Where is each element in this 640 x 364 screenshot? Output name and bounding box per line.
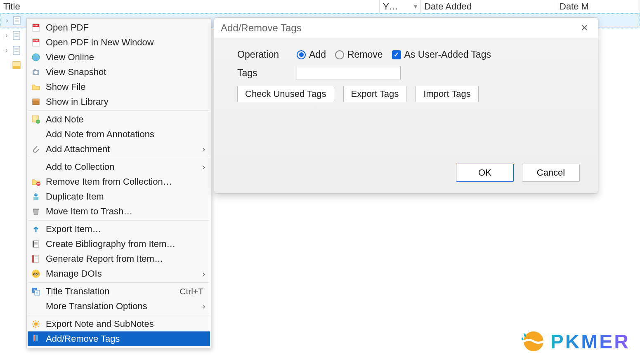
menu-item-label: Create Bibliography from Item… [46,239,206,249]
radio-icon [335,50,344,59]
menu-item-label: Move Item to Trash… [46,206,206,217]
tag-actions-row: Check Unused Tags Export Tags Import Tag… [237,86,583,102]
menu-item-move-item-to-trash[interactable]: Move Item to Trash… [28,204,210,219]
pkmer-logo-icon [522,329,546,353]
pdf-icon: PDF [30,37,42,48]
menu-item-open-pdf-in-new-window[interactable]: PDFOpen PDF in New Window [28,35,210,50]
menu-item-label: More Translation Options [46,301,198,312]
operation-row: Operation Add Remove ✓ As User-Added Tag… [237,49,583,60]
dialog-body: Operation Add Remove ✓ As User-Added Tag… [214,38,598,164]
menu-item-view-snapshot[interactable]: View Snapshot [28,65,210,80]
svg-text:PDF: PDF [33,39,38,42]
menu-item-label: Export Note and SubNotes [46,319,206,329]
report-icon [30,253,42,265]
chevron-down-icon: ▾ [414,2,417,10]
disclosure-icon[interactable]: › [3,32,10,39]
menu-item-view-online[interactable]: View Online [28,50,210,65]
svg-rect-59 [522,337,524,340]
tags-icon [30,333,42,345]
menu-item-show-file[interactable]: Show File [28,80,210,94]
menu-item-generate-report-from-item[interactable]: Generate Report from Item… [28,251,210,266]
dialog-titlebar: Add/Remove Tags ✕ [214,18,598,38]
doi-icon: doi [30,268,42,279]
camera-icon [30,66,42,78]
menu-item-title-translation[interactable]: A文Title TranslationCtrl+T [28,284,210,299]
document-icon [12,31,21,40]
close-icon[interactable]: ✕ [577,21,591,35]
column-date-added[interactable]: Date Added [421,0,556,13]
trash-icon [30,206,42,217]
paperclip-icon [30,143,42,155]
note-icon [12,60,21,70]
check-unused-tags-button[interactable]: Check Unused Tags [237,86,334,102]
menu-item-add-to-collection[interactable]: Add to Collection› [28,160,210,174]
svg-rect-32 [33,209,39,210]
svg-line-56 [38,321,39,322]
blank-icon [30,129,42,140]
radio-add[interactable]: Add [297,49,326,60]
radio-remove[interactable]: Remove [335,49,383,60]
duplicate-icon [30,191,42,202]
menu-item-add-note[interactable]: +Add Note [28,112,210,127]
svg-text:PDF: PDF [33,24,38,27]
menu-item-open-pdf[interactable]: PDFOpen PDF [28,20,210,35]
menu-item-shortcut: Ctrl+T [179,287,206,296]
ok-button[interactable]: OK [456,164,514,182]
menu-item-create-bibliography-from-item[interactable]: Create Bibliography from Item… [28,237,210,251]
svg-line-55 [33,326,34,327]
menu-item-export-note-and-subnotes[interactable]: Export Note and SubNotes [28,317,210,331]
menu-separator [28,315,209,315]
svg-rect-38 [33,255,39,263]
disclosure-icon[interactable]: › [4,17,10,24]
note-add-icon: + [30,114,42,125]
blank-icon [30,301,42,312]
column-year[interactable]: Y… ▾ [380,0,421,13]
document-icon [13,16,21,26]
column-title[interactable]: Title [0,0,380,13]
cancel-button[interactable]: Cancel [522,164,580,182]
svg-rect-0 [14,16,20,25]
menu-item-label: View Online [46,52,206,63]
chevron-right-icon: › [203,163,206,171]
menu-separator [28,220,209,221]
menu-item-add-attachment[interactable]: Add Attachment› [28,142,210,157]
column-date-m-label: Date M [560,1,589,12]
menu-item-label: Remove Item from Collection… [46,176,206,187]
translate-icon: A文 [30,286,42,297]
menu-item-add-remove-tags[interactable]: Add/Remove Tags [28,331,210,346]
menu-item-remove-item-from-collection[interactable]: Remove Item from Collection… [28,174,210,189]
svg-rect-23 [34,69,36,70]
radio-remove-label: Remove [347,49,383,60]
menu-item-more-translation-options[interactable]: More Translation Options› [28,299,210,314]
add-remove-tags-dialog: Add/Remove Tags ✕ Operation Add Remove ✓… [214,17,598,194]
checkbox-user-added[interactable]: ✓ As User-Added Tags [392,49,491,60]
menu-separator [28,282,209,283]
library-icon [30,96,42,108]
svg-rect-39 [32,255,34,263]
disclosure-icon[interactable]: › [3,47,10,54]
svg-rect-37 [33,241,34,247]
tags-input[interactable] [297,66,401,80]
menu-item-duplicate-item[interactable]: Duplicate Item [28,189,210,204]
menu-item-label: Add/Remove Tags [46,333,206,344]
svg-line-54 [38,326,39,327]
export-tags-button[interactable]: Export Tags [343,86,407,102]
menu-item-export-item[interactable]: Export Item… [28,222,210,237]
menu-item-show-in-library[interactable]: Show in Library [28,94,210,109]
checkbox-icon: ✓ [392,50,401,59]
radio-icon [297,50,306,59]
menu-item-label: Add to Collection [46,162,198,172]
svg-point-22 [34,71,38,74]
menu-item-label: Add Note [46,114,206,125]
import-tags-button[interactable]: Import Tags [416,86,479,102]
menu-item-label: Duplicate Item [46,191,206,202]
menu-item-add-note-from-annotations[interactable]: Add Note from Annotations [28,127,210,142]
checkbox-user-added-label: As User-Added Tags [404,49,491,60]
pdf-icon: PDF [30,22,42,33]
column-date-modified[interactable]: Date M [556,0,640,13]
svg-line-53 [33,321,34,322]
menu-item-manage-dois[interactable]: doiManage DOIs› [28,266,210,281]
folder-icon [30,81,42,93]
svg-rect-31 [33,197,38,200]
pkmer-watermark: PKMER [522,329,630,353]
